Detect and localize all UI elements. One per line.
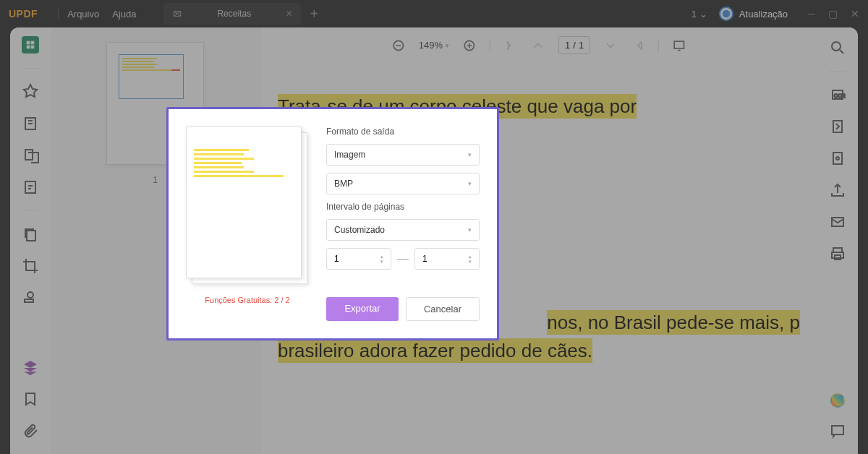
range-dash: — bbox=[397, 252, 409, 265]
chevron-down-icon: ▾ bbox=[468, 151, 472, 158]
format-label: Formato de saída bbox=[326, 127, 480, 137]
free-functions-text: Funções Gratuitas: 2 / 2 bbox=[186, 296, 309, 304]
dialog-form: Formato de saída Imagem ▾ BMP ▾ Interval… bbox=[326, 127, 480, 321]
cancel-button[interactable]: Cancelar bbox=[406, 297, 480, 321]
range-select[interactable]: Customizado ▾ bbox=[326, 219, 480, 241]
range-from-input[interactable]: 1 ▴▾ bbox=[326, 248, 391, 270]
range-label: Intervalo de páginas bbox=[326, 202, 480, 212]
export-dialog: Funções Gratuitas: 2 / 2 Formato de saíd… bbox=[166, 107, 499, 340]
range-inputs: 1 ▴▾ — 1 ▴▾ bbox=[326, 248, 480, 270]
format-select[interactable]: Imagem ▾ bbox=[326, 144, 480, 166]
range-to-input[interactable]: 1 ▴▾ bbox=[414, 248, 480, 270]
chevron-down-icon: ▾ bbox=[468, 180, 472, 187]
export-button[interactable]: Exportar bbox=[326, 297, 399, 321]
dialog-preview: Funções Gratuitas: 2 / 2 bbox=[186, 127, 309, 321]
dialog-buttons: Exportar Cancelar bbox=[326, 277, 480, 321]
chevron-down-icon: ▾ bbox=[468, 226, 472, 234]
filetype-select[interactable]: BMP ▾ bbox=[326, 173, 480, 194]
modal-overlay: Funções Gratuitas: 2 / 2 Formato de saíd… bbox=[0, 0, 868, 454]
